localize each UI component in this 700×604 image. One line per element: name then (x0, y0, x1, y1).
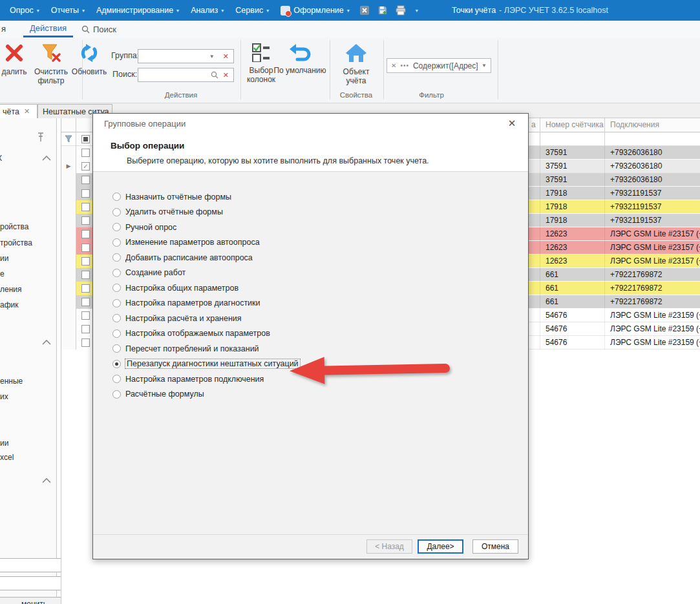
menu-item-2[interactable]: Отчеты▾ (45, 0, 90, 21)
row-checkbox[interactable] (81, 149, 90, 157)
clipped-ribbon-tab[interactable]: я (1, 24, 6, 34)
table-row[interactable]: 661+79221769872 (529, 282, 700, 295)
radio-button[interactable] (112, 208, 121, 216)
operation-option[interactable]: Создание работ (112, 266, 384, 281)
sidebar-item[interactable]: ии (0, 439, 8, 448)
search-input[interactable]: ✕ (138, 68, 234, 82)
sidebar-item[interactable]: афик (0, 300, 19, 309)
menu-item-6[interactable]: Оформление▾ (275, 0, 355, 21)
table-row[interactable]: 17918+79321191537 (529, 200, 700, 214)
row-checkbox[interactable] (81, 230, 90, 238)
radio-button[interactable] (112, 238, 121, 247)
table-row[interactable]: 54676ЛЭРС GSM Lite #23159 (+791 (529, 336, 700, 349)
table-row[interactable]: 12623ЛЭРС GSM Lite #23157 (+791 (529, 227, 700, 241)
row-checkbox[interactable] (81, 325, 90, 333)
group-combobox[interactable]: ▼ ✕ (138, 49, 234, 63)
radio-button[interactable] (112, 390, 121, 399)
collapse-chevron-icon[interactable] (41, 339, 52, 346)
tab-accounting-points[interactable]: чёта ✕ (0, 104, 37, 118)
row-checkbox[interactable] (81, 244, 90, 252)
operation-option[interactable]: Назначить отчётные формы (112, 189, 384, 205)
delete-button[interactable]: далить (0, 43, 34, 76)
operation-option[interactable]: Изменение параметров автоопроса (112, 235, 384, 251)
default-button[interactable]: По умолчанию (270, 43, 330, 75)
table-row[interactable]: 37591+79326036180 (529, 173, 700, 187)
sidebar-item[interactable]: xcel (0, 453, 14, 462)
radio-button[interactable] (112, 253, 121, 262)
filter-chip[interactable]: ✕ ••• Содержит([Адрес],... ▼ (387, 58, 491, 73)
close-icon[interactable]: ✕ (24, 107, 30, 116)
radio-button[interactable] (112, 223, 121, 231)
pin-icon[interactable] (36, 132, 45, 142)
operation-option[interactable]: Ручной опрос (112, 220, 384, 235)
tab-search[interactable]: Поиск (76, 21, 122, 37)
close-icon[interactable]: ✕ (505, 118, 519, 129)
row-checkbox[interactable] (81, 311, 90, 320)
grid-filter-row[interactable] (529, 132, 700, 146)
strip-filter-row[interactable] (61, 132, 95, 146)
radio-button[interactable] (112, 193, 121, 201)
chevron-down-icon[interactable]: ▼ (478, 63, 491, 68)
clear-icon[interactable]: ✕ (218, 71, 233, 79)
row-checkbox[interactable] (81, 203, 90, 211)
operation-option[interactable]: Настройка общих параметров (112, 280, 384, 296)
sidebar-item[interactable]: их (0, 392, 8, 401)
tab-actions[interactable]: Действия (23, 21, 73, 37)
table-row[interactable]: 12623ЛЭРС GSM Lite #23157 (+791 (529, 255, 700, 268)
table-row[interactable]: 17918+79321191537 (529, 187, 700, 200)
ellipsis-icon[interactable]: ••• (400, 62, 413, 69)
radio-button[interactable] (112, 269, 121, 277)
operation-option[interactable]: Удалить отчётные формы (112, 205, 384, 220)
refresh-button[interactable]: Обновить (70, 43, 109, 76)
table-row[interactable]: 54676ЛЭРС GSM Lite #23159 (+791 (529, 322, 700, 336)
menu-item-1[interactable]: Опрос▾ (4, 0, 45, 21)
row-checkbox[interactable] (81, 216, 90, 225)
operation-option[interactable]: Настройка расчёта и хранения (112, 311, 384, 326)
radio-button[interactable] (112, 284, 121, 292)
radio-button[interactable] (112, 314, 121, 322)
operation-option[interactable]: Настройка параметров диагностики (112, 296, 384, 311)
menu-item-5[interactable]: Сервис▾ (229, 0, 275, 21)
collapse-chevron-icon[interactable] (41, 155, 52, 161)
operation-option[interactable]: Добавить расписание автоопроса (112, 250, 384, 266)
row-checkbox[interactable] (81, 338, 90, 347)
collapse-chevron-icon[interactable] (41, 477, 52, 484)
operation-option[interactable]: Настройка отображаемых параметров (112, 326, 384, 342)
column-header-connection[interactable]: Подключения (605, 118, 700, 132)
row-checkbox[interactable] (81, 176, 90, 184)
next-button[interactable]: Далее> (418, 539, 463, 554)
radio-button[interactable] (112, 344, 121, 353)
sidebar-item[interactable]: тройства (0, 238, 32, 247)
dialog-titlebar[interactable]: Групповые операции ✕ (93, 114, 528, 133)
close-icon[interactable]: ✕ (387, 62, 400, 69)
table-row[interactable]: 661+79221769872 (529, 268, 700, 282)
sidebar-item[interactable]: ройства (0, 222, 28, 231)
chevron-down-icon[interactable]: ▼ (206, 54, 218, 59)
column-header-meter[interactable]: Номер счётчика (540, 118, 605, 132)
clear-filter-button[interactable]: Очиститьфильтр (30, 43, 72, 85)
table-row[interactable]: 17918+79321191537 (529, 214, 700, 227)
table-row[interactable]: 54676ЛЭРС GSM Lite #23159 (+791 (529, 309, 700, 322)
save-icon[interactable] (377, 5, 388, 16)
table-row[interactable]: 37591+79326036180 (529, 146, 700, 160)
export-excel-icon[interactable] (359, 5, 370, 16)
clear-icon[interactable]: ✕ (218, 52, 233, 61)
menu-item-3[interactable]: Администрирование▾ (90, 0, 185, 21)
table-row[interactable]: 12623ЛЭРС GSM Lite #23157 (+791 (529, 241, 700, 255)
menu-item-4[interactable]: Анализ▾ (185, 0, 229, 21)
row-checkbox[interactable] (81, 298, 90, 306)
column-header-clipped[interactable]: а (529, 118, 540, 132)
sidebar-item[interactable]: ии (0, 254, 8, 263)
row-checkbox[interactable] (81, 271, 90, 279)
sidebar-item[interactable]: е (0, 269, 5, 278)
radio-button[interactable] (112, 360, 121, 368)
back-button[interactable]: < Назад (366, 539, 412, 554)
account-object-button[interactable]: Объектучёта (335, 43, 377, 85)
row-checkbox[interactable] (81, 284, 90, 293)
row-checkbox[interactable]: ✓ (81, 162, 90, 171)
table-row[interactable]: 37591+79326036180 (529, 160, 700, 173)
row-checkbox[interactable] (81, 257, 90, 266)
radio-button[interactable] (112, 299, 121, 307)
cancel-button[interactable]: Отмена (472, 539, 518, 554)
sidebar-item[interactable]: енные (0, 377, 23, 386)
